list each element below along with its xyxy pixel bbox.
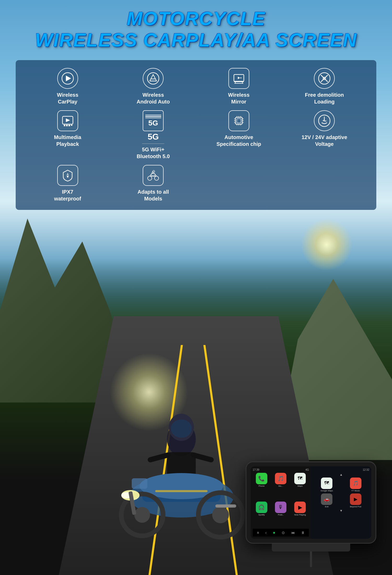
app-now-playing[interactable]: ▶ Now Playing [291, 502, 309, 529]
mirror-icon [228, 68, 249, 89]
app-beyond-pod-icon[interactable]: ▶ [350, 493, 361, 505]
feature-ipx7: IPX7waterproof [26, 165, 109, 202]
carplay-label: WirelessCarPlay [57, 91, 78, 105]
time-right: 12:32 [363, 468, 369, 471]
svg-marker-37 [66, 118, 70, 122]
screen-left: 17:39 4G 📞 Phone 🎵 Mu... 🗺 Maps [251, 466, 311, 539]
device-arm [310, 551, 312, 567]
app-podcast[interactable]: 🎙 Podc.. [272, 502, 290, 529]
device-mount [272, 544, 350, 551]
free-demolition-label: Free demolitionLoading [305, 91, 344, 105]
app-podcast-icon[interactable]: 🎙 [275, 502, 286, 513]
feature-free-demolition: Free demolitionLoading [283, 68, 366, 105]
svg-rect-38 [64, 125, 65, 126]
svg-rect-18 [155, 490, 207, 492]
bottom-icon-spotify[interactable]: ● [273, 530, 275, 535]
app-spotify-icon[interactable]: 🎧 [256, 502, 267, 513]
svg-point-59 [148, 176, 152, 180]
app-maps-icon[interactable]: 🗺 [294, 473, 306, 484]
app-google-maps-icon[interactable]: 🗺 [321, 478, 332, 489]
feature-android-auto: WirelessAndroid Auto [112, 68, 195, 105]
5g-icon: 5G [143, 110, 164, 131]
app-yt-music-icon[interactable]: 🎵 [350, 478, 361, 489]
android-auto-label: WirelessAndroid Auto [137, 91, 170, 105]
svg-point-12 [212, 507, 229, 523]
app-maps[interactable]: 🗺 Maps [291, 473, 309, 500]
app-exit-icon[interactable]: 🚗 [321, 493, 332, 505]
motorcycle-illustration [90, 387, 273, 544]
screen-status-right: 12:32 [313, 468, 369, 471]
app-music-icon[interactable]: 🎵 [275, 473, 286, 484]
svg-rect-15 [132, 478, 147, 489]
screen-status-left: 17:39 4G [253, 468, 309, 471]
models-label: Adapts to allModels [137, 188, 169, 202]
svg-marker-23 [150, 74, 157, 81]
app-beyond-pod[interactable]: ▶ Beyond Pod [342, 493, 370, 508]
svg-marker-29 [238, 77, 240, 79]
apps-grid-left: 📞 Phone 🎵 Mu... 🗺 Maps 🎧 Spotify [253, 473, 309, 529]
voltage-icon: ✓ [314, 110, 335, 131]
screen-right: 12:32 ▲ 🗺 Google Maps 🎵 YT Music 🚗 [311, 466, 371, 539]
app-now-playing-icon[interactable]: ▶ [294, 502, 306, 513]
app-spotify[interactable]: 🎧 Spotify [253, 502, 270, 529]
feature-5g-wifi: 5G 5G ————— 5G WiFi+Bluetooth 5.0 [112, 110, 195, 160]
svg-point-10 [134, 507, 150, 523]
bottom-icon-pause[interactable]: ⏸ [301, 531, 305, 535]
svg-rect-41 [71, 125, 72, 126]
app-exit[interactable]: 🚗 Exit [313, 493, 341, 508]
page-header: MOTORCYCLE WIRELESS CARPLAY/AA SCREEN [0, 8, 392, 51]
svg-rect-43 [237, 119, 241, 123]
motorcycle-icon [143, 165, 164, 186]
title-line-2: WIRELESS CARPLAY/AA SCREEN [0, 29, 392, 51]
feature-multimedia: MultimediaPlayback [26, 110, 109, 160]
bottom-icon-dot: ⊙ [282, 531, 285, 535]
svg-point-58 [67, 176, 68, 177]
chip-icon [228, 110, 249, 131]
features-panel: WirelessCarPlay WirelessAndroid Auto [16, 60, 376, 210]
feature-automotive-chip: AutomotiveSpecification chip [197, 110, 280, 160]
feature-models: Adapts to allModels [112, 165, 195, 202]
chip-label: AutomotiveSpecification chip [216, 134, 261, 147]
features-grid: WirelessCarPlay WirelessAndroid Auto [26, 68, 366, 202]
ipx7-label: IPX7waterproof [54, 188, 81, 202]
scroll-down[interactable]: ▼ [313, 509, 369, 513]
multimedia-label: MultimediaPlayback [54, 134, 81, 147]
svg-text:✓: ✓ [322, 118, 325, 122]
5g-label: 5G WiFi+Bluetooth 5.0 [137, 146, 170, 160]
device-outer: 17:39 4G 📞 Phone 🎵 Mu... 🗺 Maps [246, 461, 376, 544]
multimedia-icon [57, 110, 78, 131]
device-screen: 17:39 4G 📞 Phone 🎵 Mu... 🗺 Maps [251, 466, 371, 539]
title-line-1: MOTORCYCLE [0, 8, 392, 29]
svg-point-2 [171, 419, 192, 438]
screen-bottom-bar-left: ≡ ‹ ● ⊙ ⏮ ⏸ [253, 529, 309, 537]
app-yt-music[interactable]: 🎵 YT Music [342, 478, 370, 492]
scroll-up[interactable]: ▲ [313, 473, 369, 476]
bottom-icon-skip-back[interactable]: ⏮ [291, 531, 295, 535]
svg-rect-17 [215, 504, 236, 508]
feature-wireless-carplay: WirelessCarPlay [26, 68, 109, 105]
svg-rect-42 [235, 117, 242, 124]
app-google-maps[interactable]: 🗺 Google Maps [313, 478, 341, 492]
carplay-icon [57, 68, 78, 89]
bottom-icon-back[interactable]: ‹ [265, 531, 267, 535]
voltage-label: 12V / 24V adaptiveVoltage [302, 134, 347, 147]
feature-wireless-mirror: WirelessMirror [197, 68, 280, 105]
feature-voltage: ✓ 12V / 24V adaptiveVoltage [283, 110, 366, 160]
sun-glow [301, 218, 353, 271]
mirror-label: WirelessMirror [228, 91, 250, 105]
svg-rect-39 [66, 125, 68, 126]
bottom-icon-menu[interactable]: ≡ [257, 531, 259, 535]
apps-grid-right: 🗺 Google Maps 🎵 YT Music 🚗 Exit ▶ Beyond… [313, 478, 369, 508]
device-container: 17:39 4G 📞 Phone 🎵 Mu... 🗺 Maps [246, 461, 376, 567]
app-phone[interactable]: 📞 Phone [253, 473, 270, 500]
wrench-icon [314, 68, 335, 89]
svg-rect-40 [68, 125, 70, 126]
app-music[interactable]: 🎵 Mu... [272, 473, 290, 500]
app-phone-icon[interactable]: 📞 [256, 473, 267, 484]
svg-point-60 [154, 176, 159, 180]
android-auto-icon [143, 68, 164, 89]
time-left: 17:39 [253, 468, 259, 471]
signal-left: 4G [305, 468, 309, 471]
shield-waterproof-icon [57, 165, 78, 186]
